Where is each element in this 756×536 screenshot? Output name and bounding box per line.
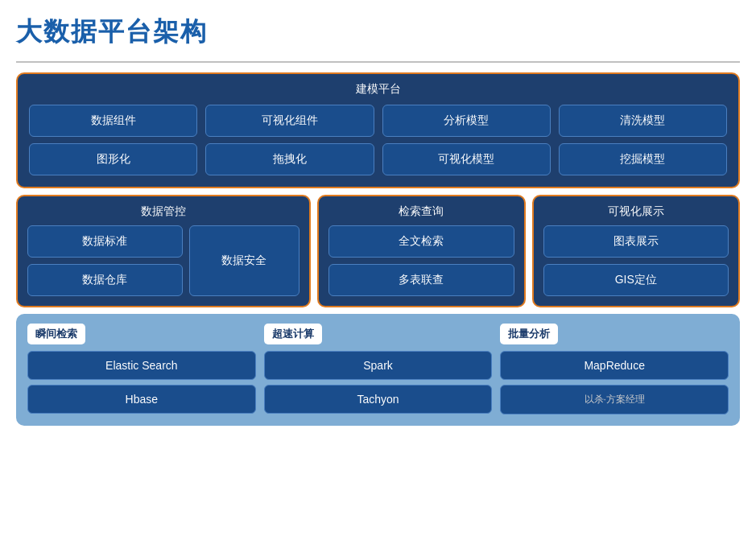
cell-data-component: 数据组件: [29, 105, 197, 137]
cell-chart-display: 图表展示: [543, 225, 729, 258]
cell-gis: GIS定位: [543, 264, 729, 296]
layer-middle: 数据管控 数据标准 数据仓库 数据安全 检索查询 全文检索 多表联查 可视化展示: [16, 195, 740, 307]
visualization-label: 可视化展示: [543, 204, 729, 219]
visualization-cells: 图表展示 GIS定位: [543, 225, 729, 296]
modeling-grid: 数据组件 可视化组件 分析模型 清洗模型 图形化 拖拽化 可视化模型 挖掘模型: [29, 105, 727, 175]
cell-watermark: 以杀·方案经理: [500, 385, 729, 414]
search-query-label: 检索查询: [328, 204, 514, 219]
section-visualization: 可视化展示 图表展示 GIS定位: [532, 195, 740, 307]
bottom-label-batch: 批量分析: [500, 324, 558, 344]
layer-modeling: 建模平台 数据组件 可视化组件 分析模型 清洗模型 图形化 拖拽化 可视化模型 …: [16, 72, 740, 188]
cell-multi-table: 多表联查: [328, 264, 514, 296]
data-ctrl-label: 数据管控: [27, 204, 300, 219]
data-ctrl-left: 数据标准 数据仓库: [27, 225, 183, 296]
bottom-group-compute: 超速计算 Spark Tachyon: [264, 324, 493, 414]
modeling-row2: 图形化 拖拽化 可视化模型 挖掘模型: [29, 143, 727, 175]
cell-visual-component: 可视化组件: [205, 105, 374, 137]
data-ctrl-right: 数据安全: [189, 225, 300, 296]
cell-fulltext-search: 全文检索: [328, 225, 514, 258]
arch-wrapper: 建模平台 数据组件 可视化组件 分析模型 清洗模型 图形化 拖拽化 可视化模型 …: [16, 72, 740, 426]
cell-clean-model: 清洗模型: [559, 105, 727, 137]
cell-data-security: 数据安全: [189, 225, 300, 296]
cell-mining-model: 挖掘模型: [559, 143, 727, 175]
bottom-label-search: 瞬间检索: [27, 324, 85, 344]
cell-hbase: Hbase: [27, 385, 256, 414]
cell-spark: Spark: [264, 351, 493, 380]
bottom-group-batch: 批量分析 MapReduce 以杀·方案经理: [500, 324, 729, 414]
cell-visual-model: 可视化模型: [382, 143, 551, 175]
cell-analysis-model: 分析模型: [382, 105, 551, 137]
divider: [16, 61, 740, 63]
bottom-label-compute: 超速计算: [264, 324, 322, 344]
page-title: 大数据平台架构: [16, 14, 740, 50]
section-data-ctrl: 数据管控 数据标准 数据仓库 数据安全: [16, 195, 311, 307]
data-ctrl-inner: 数据标准 数据仓库 数据安全: [27, 225, 300, 296]
layer-modeling-label: 建模平台: [29, 82, 727, 97]
cell-elastic-search: Elastic Search: [27, 351, 256, 380]
cell-tachyon: Tachyon: [264, 385, 493, 414]
modeling-row1: 数据组件 可视化组件 分析模型 清洗模型: [29, 105, 727, 137]
cell-mapreduce: MapReduce: [500, 351, 729, 380]
bottom-group-search: 瞬间检索 Elastic Search Hbase: [27, 324, 256, 414]
cell-data-warehouse: 数据仓库: [27, 264, 183, 296]
cell-data-standard: 数据标准: [27, 225, 183, 258]
cell-drag: 拖拽化: [205, 143, 374, 175]
layer-bottom: 瞬间检索 Elastic Search Hbase 超速计算 Spark Tac…: [16, 314, 740, 426]
cell-graphic: 图形化: [29, 143, 197, 175]
section-search-query: 检索查询 全文检索 多表联查: [317, 195, 525, 307]
search-query-cells: 全文检索 多表联查: [328, 225, 514, 296]
